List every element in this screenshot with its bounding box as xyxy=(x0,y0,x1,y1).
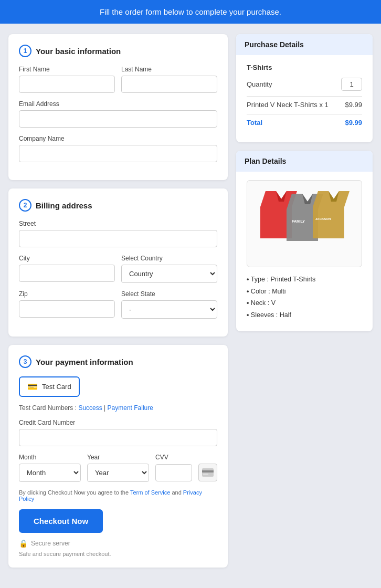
separator: | xyxy=(104,404,105,412)
svg-text:JACKSON: JACKSON xyxy=(315,217,331,220)
purchase-divider xyxy=(247,96,362,97)
step-3-circle: 3 xyxy=(19,355,31,368)
month-year-cvv-row: Month Month Year Year CVV xyxy=(19,454,217,482)
month-label: Month xyxy=(19,454,81,461)
name-row: First Name Last Name xyxy=(19,66,217,93)
top-banner: Fill the order form below to complete yo… xyxy=(0,0,381,24)
company-label: Company Name xyxy=(19,135,217,142)
country-group: Select Country Country xyxy=(121,255,217,283)
country-label: Select Country xyxy=(121,255,217,262)
state-select[interactable]: - xyxy=(121,300,217,319)
secure-server: 🔒 Secure server xyxy=(19,539,217,548)
plan-details-card: Plan Details FAMILY xyxy=(236,151,373,331)
card-icon: 💳 xyxy=(27,382,38,392)
lock-icon: 🔒 xyxy=(19,539,28,548)
city-group: City xyxy=(19,255,115,283)
month-select[interactable]: Month xyxy=(19,464,81,482)
terms-text: By clicking Checkout Now you agree to th… xyxy=(19,489,217,502)
purchase-details-card: Purchase Details T-Shirts Quantity 1 Pri… xyxy=(236,34,373,142)
basic-info-label: Your basic information xyxy=(36,47,121,56)
success-link[interactable]: Success xyxy=(78,404,102,412)
plan-attribute-item: Neck : V xyxy=(247,297,362,309)
checkout-button[interactable]: Checkout Now xyxy=(19,509,103,533)
country-select[interactable]: Country xyxy=(121,265,217,283)
cvv-input-row xyxy=(155,464,217,481)
cc-row: Credit Card Number xyxy=(19,419,217,446)
total-value: $9.99 xyxy=(345,119,362,127)
step-1-circle: 1 xyxy=(19,45,31,57)
basic-info-title: 1 Your basic information xyxy=(19,45,217,57)
billing-title: 2 Billing address xyxy=(19,199,217,212)
city-input[interactable] xyxy=(19,265,115,282)
cvv-card-icon xyxy=(198,464,217,481)
plan-attribute-item: Type : Printed T-Shirts xyxy=(247,274,362,286)
state-group: Select State - xyxy=(121,290,217,319)
cc-group: Credit Card Number xyxy=(19,419,217,446)
plan-attribute-item: Sleeves : Half xyxy=(247,309,362,321)
test-card-prefix: Test Card Numbers : xyxy=(19,404,78,412)
email-input[interactable] xyxy=(19,110,217,128)
street-group: Street xyxy=(19,220,217,247)
quantity-row: Quantity 1 xyxy=(247,78,362,91)
tshirt-image: FAMILY JACKSON xyxy=(247,180,362,267)
month-group: Month Month xyxy=(19,454,81,482)
plan-details-header: Plan Details xyxy=(236,151,373,172)
last-name-input[interactable] xyxy=(121,76,217,93)
first-name-input[interactable] xyxy=(19,76,115,93)
billing-label: Billing address xyxy=(36,201,92,210)
first-name-label: First Name xyxy=(19,66,115,73)
quantity-value: 1 xyxy=(341,78,362,91)
card-button-label: Test Card xyxy=(42,383,71,391)
zip-input[interactable] xyxy=(19,300,115,318)
zip-group: Zip xyxy=(19,290,115,319)
company-group: Company Name xyxy=(19,135,217,162)
payment-label: Your payment information xyxy=(36,358,133,366)
step-2-circle: 2 xyxy=(19,199,31,212)
year-label: Year xyxy=(87,454,149,461)
zip-state-row: Zip Select State - xyxy=(19,290,217,319)
privacy-policy-link[interactable]: Privacy Policy xyxy=(19,489,202,502)
year-group: Year Year xyxy=(87,454,149,482)
cvv-group: CVV xyxy=(155,454,217,482)
total-row: Total $9.99 xyxy=(247,119,362,127)
last-name-label: Last Name xyxy=(121,66,217,73)
state-label: Select State xyxy=(121,290,217,298)
svg-text:FAMILY: FAMILY xyxy=(292,219,305,223)
test-card-info: Test Card Numbers : Success | Payment Fa… xyxy=(19,404,217,412)
cvv-input[interactable] xyxy=(155,464,192,481)
svg-rect-2 xyxy=(203,474,208,475)
purchase-divider-2 xyxy=(247,114,362,114)
street-label: Street xyxy=(19,220,217,227)
street-row: Street xyxy=(19,220,217,247)
right-column: Purchase Details T-Shirts Quantity 1 Pri… xyxy=(236,34,373,568)
company-row: Company Name xyxy=(19,135,217,162)
cc-label: Credit Card Number xyxy=(19,419,217,426)
plan-attributes-list: Type : Printed T-ShirtsColor : MultiNeck… xyxy=(247,274,362,321)
company-input[interactable] xyxy=(19,145,217,162)
city-country-row: City Select Country Country xyxy=(19,255,217,283)
year-select[interactable]: Year xyxy=(87,464,149,482)
tshirt-svg: FAMILY JACKSON xyxy=(252,186,357,259)
secure-label: Secure server xyxy=(31,540,70,547)
email-row: Email Address xyxy=(19,100,217,128)
email-label: Email Address xyxy=(19,100,217,108)
email-group: Email Address xyxy=(19,100,217,128)
failure-link[interactable]: Payment Failure xyxy=(108,404,153,412)
cc-input[interactable] xyxy=(19,429,217,446)
svg-rect-1 xyxy=(202,470,214,472)
item-row: Printed V Neck T-Shirts x 1 $9.99 xyxy=(247,101,362,109)
test-card-button[interactable]: 💳 Test Card xyxy=(19,376,80,397)
billing-section: 2 Billing address Street City Select Cou… xyxy=(8,188,228,337)
city-label: City xyxy=(19,255,115,262)
terms-of-service-link[interactable]: Term of Service xyxy=(130,489,170,496)
first-name-group: First Name xyxy=(19,66,115,93)
item-label: Printed V Neck T-Shirts x 1 xyxy=(247,101,329,109)
street-input[interactable] xyxy=(19,230,217,247)
last-name-group: Last Name xyxy=(121,66,217,93)
safe-text: Safe and secure payment checkout. xyxy=(19,551,217,557)
item-price: $9.99 xyxy=(345,101,362,109)
quantity-label: Quantity xyxy=(247,80,272,88)
product-type: T-Shirts xyxy=(247,64,362,71)
payment-section: 3 Your payment information 💳 Test Card T… xyxy=(8,345,228,568)
banner-text: Fill the order form below to complete yo… xyxy=(100,7,281,16)
